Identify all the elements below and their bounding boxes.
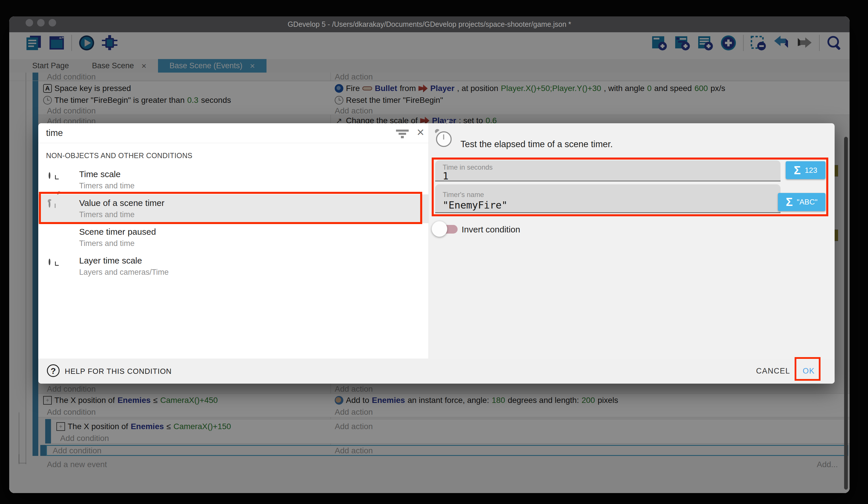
alarm-clock-icon <box>436 131 452 147</box>
condition-list-panel: time × NON-OBJECTS AND OTHER CONDITIONS … <box>38 123 429 359</box>
search-bar[interactable]: time × <box>38 123 428 143</box>
clock-icon <box>49 259 50 265</box>
sigma-icon: Σ <box>786 195 793 209</box>
help-icon[interactable]: ? <box>47 364 60 377</box>
alarm-clock-icon <box>49 201 50 208</box>
condition-subtitle: Layers and cameras/Time <box>79 268 169 277</box>
condition-title: Time scale <box>79 169 121 179</box>
cancel-button[interactable]: CANCEL <box>756 367 790 375</box>
condition-item-scene-timer-paused[interactable]: Scene timer paused Timers and time <box>38 223 429 252</box>
invert-condition-toggle-thumb[interactable] <box>432 221 447 237</box>
search-input[interactable]: time <box>46 128 63 138</box>
condition-subtitle: Timers and time <box>79 210 135 219</box>
condition-item-value-of-scene-timer[interactable]: Value of a scene timer Timers and time <box>38 194 429 223</box>
titlebar: GDevelop 5 - /Users/dkarakay/Documents/G… <box>9 17 850 32</box>
window-title: GDevelop 5 - /Users/dkarakay/Documents/G… <box>9 20 850 29</box>
clock-icon <box>49 172 50 179</box>
condition-title: Layer time scale <box>79 256 142 265</box>
condition-title: Scene timer paused <box>79 227 156 237</box>
time-in-seconds-field[interactable]: Time in seconds 1 <box>435 160 781 181</box>
condition-title: Value of a scene timer <box>79 198 164 208</box>
condition-subtitle: Timers and time <box>79 181 135 190</box>
help-link[interactable]: HELP FOR THIS CONDITION <box>65 367 172 376</box>
dialog-footer: ? HELP FOR THIS CONDITION CANCEL OK <box>38 359 835 384</box>
button-label: "ABC" <box>797 198 818 206</box>
filter-icon[interactable] <box>396 130 409 138</box>
expression-editor-string-button[interactable]: Σ "ABC" <box>778 193 825 211</box>
field-label: Timer's name <box>443 191 484 199</box>
panel-header: Test the elapsed time of a scene timer. <box>461 139 613 150</box>
invert-condition-label: Invert condition <box>462 225 520 234</box>
condition-chooser-dialog: time × NON-OBJECTS AND OTHER CONDITIONS … <box>38 123 835 384</box>
condition-item-time-scale[interactable]: Time scale Timers and time <box>38 165 429 194</box>
field-value[interactable]: 1 <box>443 170 448 182</box>
ok-button[interactable]: OK <box>803 367 815 375</box>
app-window: GDevelop 5 - /Users/dkarakay/Documents/G… <box>9 17 850 493</box>
condition-item-layer-time-scale[interactable]: Layer time scale Layers and cameras/Time <box>38 252 429 281</box>
condition-subtitle: Timers and time <box>79 239 135 248</box>
timer-name-field[interactable]: Timer's name "EnemyFire" <box>435 184 781 213</box>
clear-search-icon[interactable]: × <box>414 125 427 139</box>
sigma-icon: Σ <box>794 164 800 177</box>
button-label: 123 <box>805 166 817 175</box>
section-header: NON-OBJECTS AND OTHER CONDITIONS <box>46 151 193 160</box>
condition-settings-panel: Test the elapsed time of a scene timer. … <box>429 123 835 359</box>
field-value[interactable]: "EnemyFire" <box>443 199 507 211</box>
field-label: Time in seconds <box>443 163 493 171</box>
expression-editor-number-button[interactable]: Σ 123 <box>786 161 825 179</box>
